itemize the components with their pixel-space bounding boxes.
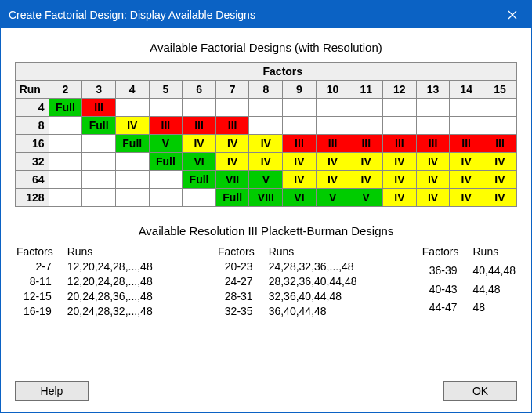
factor-column-header: 14: [450, 81, 483, 99]
design-cell: [215, 99, 249, 117]
factor-column-header: 9: [283, 81, 317, 99]
pb-column: FactorsRuns2-712,20,24,28,...,488-1112,2…: [16, 245, 153, 317]
factor-column-header: 11: [349, 81, 383, 99]
window-title: Create Factorial Design: Display Availab…: [9, 9, 255, 21]
design-cell: [82, 135, 116, 153]
help-button[interactable]: Help: [15, 381, 89, 401]
run-header-cell: 64: [16, 171, 49, 189]
design-cell: IV: [483, 171, 516, 189]
factor-column-header: 15: [483, 81, 516, 99]
design-cell: [483, 99, 516, 117]
design-cell: [416, 117, 450, 135]
table-row: 32FullVIIVIVIVIVIVIVIVIVIV: [16, 153, 517, 171]
design-cell: [115, 189, 149, 207]
design-cell: IV: [316, 171, 349, 189]
pb-column: FactorsRuns36-3940,44,4840-4344,4844-474…: [422, 245, 516, 317]
design-cell: [49, 117, 82, 135]
design-cell: IV: [450, 153, 483, 171]
design-cell: [450, 117, 483, 135]
design-cell: Full: [183, 171, 216, 189]
design-cell: III: [383, 135, 417, 153]
table-corner-cell: [16, 63, 49, 81]
pb-factors-value: 40-43: [422, 283, 459, 299]
design-cell: Full: [115, 135, 149, 153]
design-cell: [383, 117, 417, 135]
design-cell: [483, 117, 516, 135]
design-cell: IV: [450, 189, 483, 207]
run-header-cell: 32: [16, 153, 49, 171]
pb-header-runs: Runs: [473, 245, 516, 262]
pb-header-factors: Factors: [422, 245, 459, 262]
pb-runs-value: 12,20,24,28,...,48: [67, 275, 153, 288]
pb-factors-value: 2-7: [16, 260, 53, 273]
design-cell: [49, 153, 82, 171]
pb-runs-value: 40,44,48: [473, 264, 516, 281]
pb-runs-value: 20,24,28,32,...,48: [67, 305, 153, 317]
design-cell: Full: [49, 99, 82, 117]
design-cell: III: [149, 117, 183, 135]
design-cell: III: [283, 135, 317, 153]
factor-column-header: 6: [183, 81, 216, 99]
pb-column: FactorsRuns20-2324,28,32,36,...,4824-272…: [218, 245, 357, 317]
run-header-cell: 8: [16, 117, 49, 135]
pb-factors-value: 20-23: [218, 260, 255, 273]
pb-factors-value: 8-11: [16, 275, 53, 288]
design-cell: IV: [215, 153, 249, 171]
designs-table: Factors Run 23456789101112131415 4FullII…: [15, 62, 517, 207]
design-cell: III: [316, 135, 349, 153]
pb-factors-value: 32-35: [218, 305, 255, 317]
close-button[interactable]: [494, 1, 531, 28]
design-cell: IV: [349, 153, 383, 171]
design-cell: [416, 99, 450, 117]
pb-runs-value: 36,40,44,48: [269, 305, 357, 317]
design-cell: III: [349, 135, 383, 153]
design-cell: [115, 153, 149, 171]
design-cell: IV: [215, 135, 249, 153]
pb-header-factors: Factors: [218, 245, 255, 258]
design-cell: IV: [383, 153, 417, 171]
pb-runs-value: 48: [473, 301, 516, 317]
design-cell: [249, 117, 283, 135]
design-cell: IV: [416, 153, 450, 171]
design-cell: V: [149, 135, 183, 153]
design-cell: IV: [249, 135, 283, 153]
design-cell: IV: [416, 171, 450, 189]
factor-column-header: 12: [383, 81, 417, 99]
design-cell: IV: [349, 171, 383, 189]
pb-header-runs: Runs: [269, 245, 357, 258]
design-cell: III: [183, 117, 216, 135]
plackett-caption: Available Resolution III Plackett-Burman…: [15, 224, 517, 237]
design-cell: V: [249, 171, 283, 189]
titlebar: Create Factorial Design: Display Availab…: [1, 1, 531, 28]
design-cell: [149, 189, 183, 207]
design-cell: [249, 99, 283, 117]
ok-button[interactable]: OK: [443, 381, 517, 401]
design-cell: III: [416, 135, 450, 153]
pb-factors-value: 36-39: [422, 264, 459, 281]
design-cell: IV: [183, 135, 216, 153]
pb-header-runs: Runs: [67, 245, 153, 258]
table-row: 4FullIII: [16, 99, 517, 117]
pb-factors-value: 12-15: [16, 290, 53, 303]
run-header-cell: 16: [16, 135, 49, 153]
dialog-content: Available Factorial Designs (with Resolu…: [1, 28, 531, 412]
design-cell: [49, 171, 82, 189]
design-cell: [349, 117, 383, 135]
design-cell: IV: [383, 171, 417, 189]
pb-header-factors: Factors: [16, 245, 53, 258]
design-cell: IV: [115, 117, 149, 135]
pb-runs-value: 20,24,28,36,...,48: [67, 290, 153, 303]
design-cell: [316, 117, 349, 135]
factor-column-header: 8: [249, 81, 283, 99]
design-cell: III: [450, 135, 483, 153]
design-cell: [115, 99, 149, 117]
pb-factors-value: 16-19: [16, 305, 53, 317]
design-cell: [183, 99, 216, 117]
dialog-window: Create Factorial Design: Display Availab…: [0, 0, 532, 413]
design-cell: IV: [483, 153, 516, 171]
factor-column-header: 10: [316, 81, 349, 99]
design-cell: [149, 99, 183, 117]
pb-runs-value: 12,20,24,28,...,48: [67, 260, 153, 273]
design-cell: [316, 99, 349, 117]
design-cell: [383, 99, 417, 117]
